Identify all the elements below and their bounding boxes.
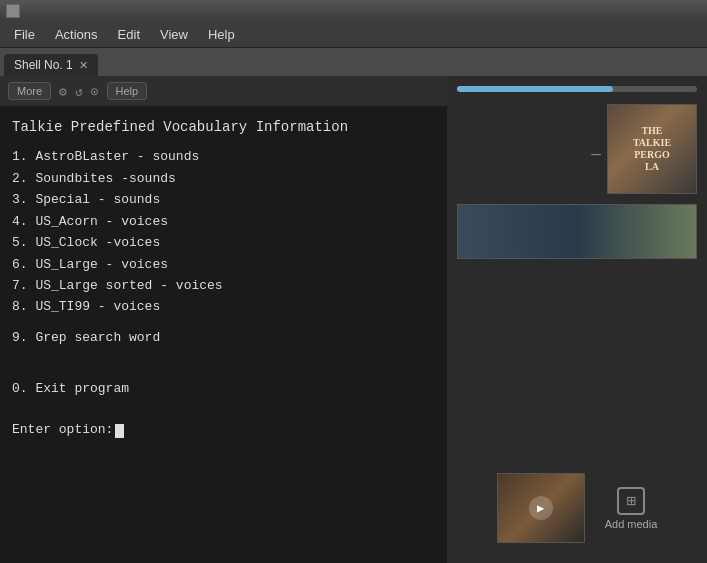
tab-label: Shell No. 1 [14,58,73,72]
main-area: More ⚙ ↺ ⊙ Help Talkie Predefined Vocabu… [0,76,707,563]
list-item: 5. US_Clock -voices [12,232,435,253]
list-item: 7. US_Large sorted - voices [12,275,435,296]
menu-file[interactable]: File [4,25,45,44]
app-icon [6,4,20,18]
media-controls-icon[interactable]: — [591,144,601,163]
play-icon[interactable]: ▶ [529,496,553,520]
list-item: 2. Soundbites -sounds [12,168,435,189]
media-progress-bar[interactable] [457,86,697,92]
help-icon[interactable]: ⊙ [91,84,99,99]
help-button[interactable]: Help [107,82,148,100]
list-item: 6. US_Large - voices [12,254,435,275]
tab-shell-1[interactable]: Shell No. 1 ✕ [4,54,98,76]
media-progress-fill [457,86,613,92]
terminal-content: Talkie Predefined Vocabulary Information… [0,106,447,451]
menu-bar: File Actions Edit View Help [0,22,707,48]
media-bottom-area: ▶ ⊞ Add media [447,453,707,563]
media-thumbnail-1[interactable]: THETALKIEPERGOLA [607,104,697,194]
add-media-label: Add media [605,518,658,530]
list-item: 4. US_Acorn - voices [12,211,435,232]
grep-option: 9. Grep search word [12,328,435,349]
media-top-area: THETALKIEPERGOLA — [447,76,707,251]
prompt-text: Enter option: [12,420,113,441]
media-bottom-row: ▶ ⊞ Add media [481,465,674,551]
menu-view[interactable]: View [150,25,198,44]
add-media-icon: ⊞ [617,487,645,515]
tab-close-icon[interactable]: ✕ [79,59,88,72]
menu-help[interactable]: Help [198,25,245,44]
terminal-panel: More ⚙ ↺ ⊙ Help Talkie Predefined Vocabu… [0,76,447,563]
media-thumbnail-3[interactable]: ▶ [497,473,585,543]
terminal-toolbar: More ⚙ ↺ ⊙ Help [0,76,447,106]
title-bar [0,0,707,22]
media-thumbnail-2[interactable] [457,204,697,259]
prompt-line: Enter option: [12,420,435,441]
list-item: 8. US_TI99 - voices [12,296,435,317]
media-thumb-label: THETALKIEPERGOLA [629,121,675,177]
refresh-icon[interactable]: ↺ [75,84,83,99]
menu-list: 1. AstroBLaster - sounds 2. Soundbites -… [12,146,435,318]
list-item: 1. AstroBLaster - sounds [12,146,435,167]
menu-edit[interactable]: Edit [108,25,150,44]
media-panel: THETALKIEPERGOLA — ▶ ⊞ Add media [447,76,707,563]
settings-icon[interactable]: ⚙ [59,84,67,99]
terminal-title: Talkie Predefined Vocabulary Information [12,116,435,138]
add-media-button[interactable]: ⊞ Add media [605,487,658,530]
tab-bar: Shell No. 1 ✕ [0,48,707,76]
cursor [115,424,124,438]
more-button[interactable]: More [8,82,51,100]
menu-actions[interactable]: Actions [45,25,108,44]
list-item: 3. Special - sounds [12,189,435,210]
exit-option: 0. Exit program [12,379,435,400]
